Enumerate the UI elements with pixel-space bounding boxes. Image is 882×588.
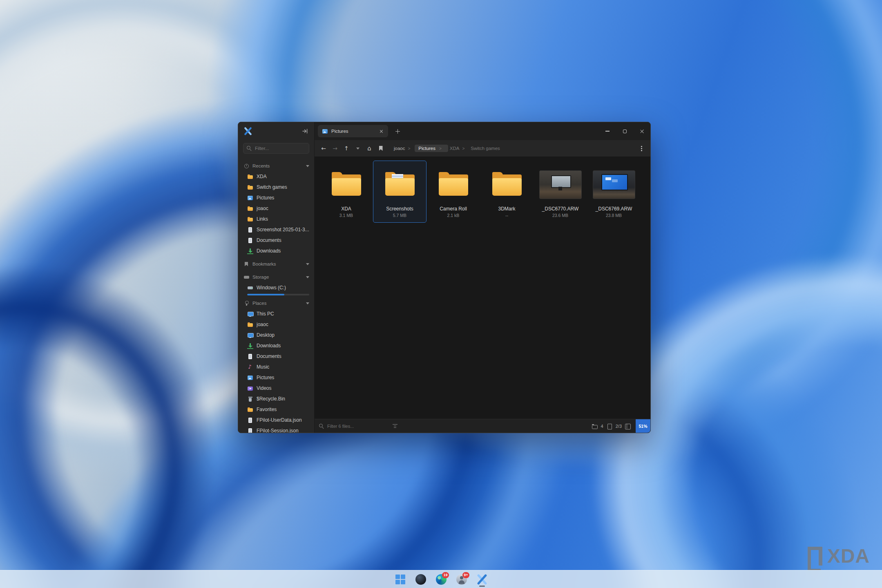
file-tile[interactable]: XDA 3.1 MB [319, 161, 373, 223]
sidebar-item-icon [247, 322, 253, 328]
back-button[interactable] [319, 143, 328, 153]
breadcrumb: joaoc Pictures XDA Switch games [392, 145, 635, 152]
bookmarks-icon [244, 262, 249, 267]
sidebar-item[interactable]: Documents [238, 351, 314, 362]
copilot-button[interactable] [413, 571, 429, 588]
maximize-button[interactable] [616, 122, 633, 140]
xda-logo-text: XDA [827, 546, 870, 566]
places-list: This PC joaoc Desktop [238, 309, 314, 433]
minimize-icon [605, 131, 610, 132]
up-button[interactable] [342, 143, 351, 153]
sidebar-item[interactable]: joaoc [238, 203, 314, 214]
breadcrumb-item[interactable]: Pictures [415, 145, 448, 152]
breadcrumb-item[interactable]: XDA [448, 145, 469, 152]
notification-badge: 9+ [462, 572, 469, 578]
sidebar-item[interactable]: Switch games [238, 182, 314, 192]
sidebar-item-icon [247, 343, 253, 349]
search-icon [319, 423, 324, 429]
percentage-badge[interactable]: 51% [636, 419, 650, 433]
notification-badge: 19 [442, 572, 449, 578]
view-options-icon[interactable] [624, 423, 632, 429]
sidebar-item[interactable]: Pictures [238, 192, 314, 203]
navigation-toolbar: joaoc Pictures XDA Switch games [315, 140, 650, 157]
sidebar-item-icon [247, 227, 253, 233]
sidebar-section-recents: Recents XDA Switch games [238, 161, 314, 256]
tab-pictures[interactable]: Pictures [318, 125, 388, 137]
sidebar-item-icon [247, 428, 253, 433]
status-bar: 4 2/3 51% [315, 419, 650, 433]
file-name: _DSC6769.ARW [587, 206, 640, 212]
folder-icon [488, 171, 526, 198]
breadcrumb-item[interactable]: joaoc [392, 145, 415, 152]
sidebar-item[interactable]: FPilot-Session.json [238, 425, 314, 433]
sidebar-item[interactable]: Downloads [238, 246, 314, 256]
places-icon [244, 301, 249, 306]
sidebar-item[interactable]: Documents [238, 235, 314, 246]
sidebar-item-icon [247, 417, 253, 423]
close-window-button[interactable] [633, 122, 650, 140]
file-tile[interactable]: _DSC6769.ARW 23.8 MB [587, 161, 641, 223]
section-header-places[interactable]: Places [238, 298, 314, 309]
home-button[interactable] [364, 143, 374, 153]
status-right-cluster: 4 2/3 51% [591, 419, 650, 433]
file-size: 5.7 MB [373, 213, 426, 218]
sidebar-item-icon [247, 385, 253, 391]
collapse-sidebar-button[interactable] [300, 127, 309, 136]
folder-count-icon[interactable] [591, 423, 598, 429]
sidebar-item[interactable]: This PC [238, 309, 314, 319]
sidebar-item[interactable]: Desktop [238, 330, 314, 340]
edge-browser-button[interactable]: 19 [433, 571, 449, 588]
minimize-button[interactable] [599, 122, 616, 140]
filepilot-button[interactable] [474, 571, 490, 588]
history-dropdown-button[interactable] [353, 143, 363, 153]
recents-icon [244, 163, 249, 169]
file-name: _DSC6770.ARW [534, 206, 587, 212]
sidebar-item-icon [247, 184, 253, 190]
breadcrumb-item[interactable]: Switch games [469, 145, 502, 152]
taskbar: 19 9+ [0, 570, 882, 588]
sidebar-item[interactable]: FPilot-UserData.json [238, 415, 314, 425]
recents-list: XDA Switch games Pictures [238, 171, 314, 256]
section-header-recents[interactable]: Recents [238, 161, 314, 171]
sidebar-item-icon [247, 174, 253, 180]
sidebar-item[interactable]: Music [238, 362, 314, 372]
page-icon[interactable] [606, 423, 613, 429]
file-name: 3DMark [480, 206, 533, 212]
chevron-down-icon [306, 302, 309, 304]
sidebar-item[interactable]: Screenshot 2025-01-3... [238, 224, 314, 235]
sidebar-item[interactable]: Links [238, 214, 314, 224]
file-manager-window: Recents XDA Switch games [238, 122, 651, 433]
forward-button[interactable] [330, 143, 340, 153]
page-indicator: 2/3 [616, 424, 622, 429]
bookmark-button[interactable] [376, 143, 386, 153]
new-tab-button[interactable] [392, 126, 403, 136]
file-tile[interactable]: 3DMark -- [480, 161, 534, 223]
file-tile[interactable]: _DSC6770.ARW 23.6 MB [534, 161, 587, 223]
file-tile[interactable]: Camera Roll 2.1 kB [426, 161, 480, 223]
sidebar-item[interactable]: joaoc [238, 319, 314, 330]
chevron-down-icon [306, 165, 309, 167]
more-options-button[interactable] [636, 143, 646, 153]
chevron-down-icon [306, 276, 309, 278]
sidebar-item[interactable]: XDA [238, 171, 314, 182]
section-header-storage[interactable]: Storage [238, 272, 314, 282]
sidebar-item[interactable]: Favorites [238, 404, 314, 415]
sidebar-item-icon [247, 375, 253, 381]
window-controls [599, 122, 650, 140]
sidebar-filter-input[interactable] [243, 143, 309, 154]
files-filter-input[interactable] [327, 424, 389, 429]
filter-options-icon[interactable] [392, 423, 398, 429]
section-header-bookmarks[interactable]: Bookmarks [238, 259, 314, 269]
tab-close-button[interactable] [377, 127, 385, 135]
account-app-button[interactable]: 9+ [453, 571, 470, 588]
file-tile[interactable]: Screenshots 5.7 MB [373, 161, 426, 223]
start-button[interactable] [392, 571, 409, 588]
sidebar-section-storage: Storage Windows (C:) [238, 272, 314, 295]
file-grid: XDA 3.1 MB Screenshots 5.7 MB [315, 157, 650, 227]
sidebar-item[interactable]: Pictures [238, 372, 314, 383]
sidebar-header [238, 122, 314, 140]
sidebar-item-windows-c[interactable]: Windows (C:) [238, 282, 314, 293]
sidebar-item[interactable]: Downloads [238, 340, 314, 351]
sidebar-item[interactable]: $Recycle.Bin [238, 393, 314, 404]
sidebar-item[interactable]: Videos [238, 383, 314, 393]
